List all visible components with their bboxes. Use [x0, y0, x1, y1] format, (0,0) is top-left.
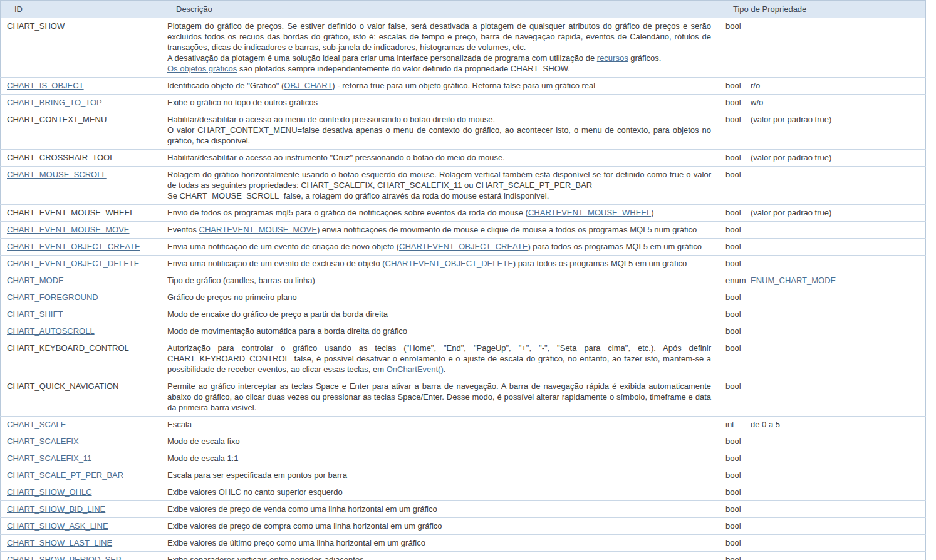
property-type-cell: bool [719, 484, 926, 501]
property-type-cell: bool [719, 552, 926, 560]
table-row: CHART_SCALEFIXModo de escala fixobool [1, 433, 926, 450]
column-header-description: Descrição [162, 1, 719, 18]
table-row: CHART_CROSSHAIR_TOOLHabilitar/desabilita… [1, 150, 926, 167]
type-name: bool [725, 436, 747, 447]
type-name: bool [725, 453, 747, 464]
description-link[interactable]: CHARTEVENT_OBJECT_DELETE [385, 259, 513, 268]
description-paragraph: Envio de todos os programas mql5 para o … [167, 207, 711, 218]
table-row: CHART_EVENT_OBJECT_CREATEEnvia uma notif… [1, 239, 926, 256]
property-description-cell: Exibe valores OHLC no canto superior esq… [162, 484, 719, 501]
property-type-cell: bool [719, 323, 926, 340]
description-paragraph: Exibe valores de preço de compra como um… [167, 521, 711, 531]
type-name: bool [725, 97, 747, 108]
type-name: bool [725, 309, 747, 319]
property-type-cell: bool [719, 289, 926, 306]
description-paragraph: Exibe valores de preço de venda como uma… [167, 504, 711, 514]
property-id-text: CHART_EVENT_MOUSE_WHEEL [7, 208, 134, 217]
description-link[interactable]: CHARTEVENT_MOUSE_MOVE [199, 225, 317, 234]
property-id-cell: CHART_SHIFT [1, 306, 162, 323]
description-paragraph: Envia uma notificação de um evento de ex… [167, 258, 711, 269]
property-id-cell: CHART_FOREGROUND [1, 289, 162, 306]
table-row: CHART_SCALEFIX_11Modo de escala 1:1bool [1, 450, 926, 467]
property-id-link[interactable]: CHART_EVENT_OBJECT_DELETE [7, 259, 139, 268]
description-link[interactable]: CHARTEVENT_MOUSE_WHEEL [528, 208, 651, 217]
type-note: (valor por padrão true) [751, 115, 831, 124]
property-type-cell: intde 0 a 5 [719, 417, 926, 433]
description-paragraph: Exibe o gráfico no topo de outros gráfic… [167, 97, 711, 108]
property-type-cell: boolr/o [719, 78, 926, 95]
type-name: bool [725, 80, 747, 91]
property-id-cell: CHART_AUTOSCROLL [1, 323, 162, 340]
table-row: CHART_MODETipo de gráfico (candles, barr… [1, 272, 926, 289]
property-id-link[interactable]: CHART_SCALEFIX [7, 437, 79, 446]
property-description-cell: Autorização para controlar o gráfico usa… [162, 340, 719, 378]
property-id-link[interactable]: CHART_SHIFT [7, 309, 63, 319]
property-type-cell: bool [719, 501, 926, 518]
description-paragraph: Modo de encaixe do gráfico de preço a pa… [167, 309, 711, 319]
type-name: bool [725, 521, 747, 531]
property-description-cell: Tipo de gráfico (candles, barras ou linh… [162, 272, 719, 289]
type-name: enum [725, 275, 747, 286]
type-name: bool [725, 487, 747, 497]
property-id-link[interactable]: CHART_MODE [7, 276, 64, 285]
property-id-link[interactable]: CHART_FOREGROUND [7, 293, 98, 302]
description-link[interactable]: recursos [597, 53, 628, 63]
property-id-link[interactable]: CHART_SHOW_PERIOD_SEP [7, 555, 122, 560]
table-row: CHART_EVENT_OBJECT_DELETEEnvia uma notif… [1, 256, 926, 272]
property-id-link[interactable]: CHART_SHOW_BID_LINE [7, 504, 105, 514]
property-id-link[interactable]: CHART_AUTOSCROLL [7, 326, 95, 336]
description-paragraph: Plotagem do gráfico de preços. Se estive… [167, 21, 711, 53]
property-type-cell: bool(valor por padrão true) [719, 205, 926, 222]
property-type-cell: bool [719, 306, 926, 323]
table-row: CHART_SHOW_PERIOD_SEPExibe separadores v… [1, 552, 926, 560]
table-row: CHART_SHOW_OHLCExibe valores OHLC no can… [1, 484, 926, 501]
description-link[interactable]: OBJ_CHART [284, 81, 332, 90]
type-note-link[interactable]: ENUM_CHART_MODE [751, 276, 836, 285]
type-note: (valor por padrão true) [751, 208, 831, 217]
description-paragraph: Exibe valores OHLC no canto superior esq… [167, 487, 711, 497]
property-id-text: CHART_CROSSHAIR_TOOL [7, 153, 114, 162]
property-id-link[interactable]: CHART_SCALEFIX_11 [7, 454, 91, 463]
property-type-cell: boolw/o [719, 95, 926, 111]
property-id-link[interactable]: CHART_SCALE_PT_PER_BAR [7, 470, 123, 480]
property-id-link[interactable]: CHART_IS_OBJECT [7, 81, 84, 90]
property-id-link[interactable]: CHART_MOUSE_SCROLL [7, 170, 107, 179]
property-type-cell: bool [719, 239, 926, 256]
property-id-link[interactable]: CHART_EVENT_MOUSE_MOVE [7, 225, 130, 234]
type-name: bool [725, 21, 747, 31]
type-name: int [725, 419, 747, 430]
property-id-cell: CHART_CROSSHAIR_TOOL [1, 150, 162, 167]
description-link[interactable]: CHARTEVENT_OBJECT_CREATE [399, 242, 528, 251]
table-row: CHART_FOREGROUNDGráfico de preços no pri… [1, 289, 926, 306]
property-description-cell: Exibe valores de último preço como uma l… [162, 535, 719, 552]
table-row: CHART_QUICK_NAVIGATIONPermite ao gráfico… [1, 378, 926, 417]
description-paragraph: Autorização para controlar o gráfico usa… [167, 343, 711, 375]
property-id-cell: CHART_MOUSE_SCROLL [1, 167, 162, 205]
property-id-link[interactable]: CHART_SHOW_ASK_LINE [7, 521, 108, 531]
property-description-cell: Habilitar/desabilitar o acesso ao menu d… [162, 111, 719, 150]
property-id-cell: CHART_MODE [1, 272, 162, 289]
type-name: bool [725, 537, 747, 548]
property-id-link[interactable]: CHART_BRING_TO_TOP [7, 98, 102, 107]
description-link[interactable]: Os objetos gráficos [167, 64, 237, 73]
property-id-link[interactable]: CHART_EVENT_OBJECT_CREATE [7, 242, 140, 251]
property-description-cell: Gráfico de preços no primeiro plano [162, 289, 719, 306]
property-id-cell: CHART_EVENT_OBJECT_CREATE [1, 239, 162, 256]
property-type-cell: enumENUM_CHART_MODE [719, 272, 926, 289]
property-id-link[interactable]: CHART_SHOW_OHLC [7, 487, 92, 497]
description-paragraph: Os objetos gráficos são plotados sempre … [167, 63, 711, 74]
column-header-id: ID [1, 1, 162, 18]
property-id-cell: CHART_SHOW_ASK_LINE [1, 518, 162, 535]
property-id-text: CHART_CONTEXT_MENU [7, 115, 107, 124]
property-description-cell: Modo de escala fixo [162, 433, 719, 450]
property-type-cell: bool [719, 340, 926, 378]
property-id-cell: CHART_CONTEXT_MENU [1, 111, 162, 150]
description-link[interactable]: OnChartEvent() [387, 365, 444, 374]
property-description-cell: Modo de movimentação automática para a b… [162, 323, 719, 340]
description-paragraph: Eventos CHARTEVENT_MOUSE_MOVE) envia not… [167, 224, 711, 235]
property-table-body: CHART_SHOWPlotagem do gráfico de preços.… [1, 18, 926, 560]
type-name: bool [725, 470, 747, 480]
property-id-link[interactable]: CHART_SHOW_LAST_LINE [7, 538, 112, 547]
property-id-link[interactable]: CHART_SCALE [7, 420, 66, 429]
property-description-cell: Permite ao gráfico interceptar as teclas… [162, 378, 719, 417]
